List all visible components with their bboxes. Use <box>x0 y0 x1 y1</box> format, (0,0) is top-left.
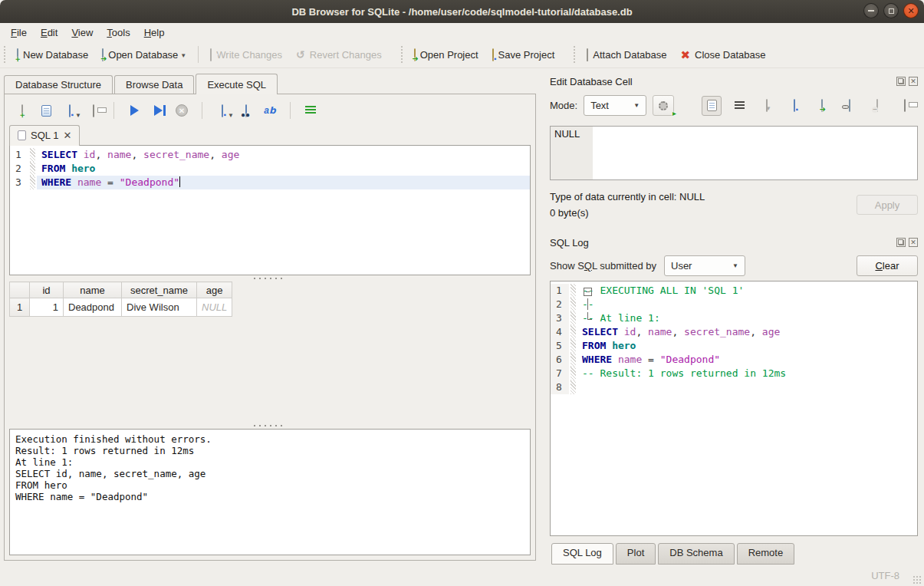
print-cell-button[interactable] <box>895 96 915 116</box>
open-project-icon: ➜ <box>414 49 416 61</box>
sql-document-icon <box>18 130 26 140</box>
open-database-dropdown-arrow[interactable]: ▼ <box>180 52 186 61</box>
sql-toolbar: ＋ ▪▼ ✕ ▪▼ ●● a𝗯 <box>9 99 531 122</box>
tab-sql-log[interactable]: SQL Log <box>551 543 613 565</box>
column-header[interactable]: secret_name <box>122 282 197 298</box>
menu-view[interactable]: View <box>64 25 100 40</box>
menu-edit[interactable]: Edit <box>34 25 64 40</box>
edit-cell-close-icon[interactable]: ✕ <box>909 77 918 86</box>
revert-changes-button[interactable]: ↺ Revert Changes <box>289 44 389 64</box>
table-cell[interactable]: Dive Wilson <box>122 298 197 317</box>
toolbar-grip[interactable] <box>572 46 577 63</box>
execute-sql-button[interactable] <box>126 102 143 119</box>
cell-value-editor[interactable]: NULL <box>550 126 918 180</box>
menu-file[interactable]: File <box>4 25 34 40</box>
bottom-tab-bar: SQL Log Plot DB Schema Remote <box>550 543 918 565</box>
open-database-button[interactable]: ➜ Open Database ▼ <box>95 45 193 64</box>
text-mode-button[interactable] <box>702 96 722 116</box>
chevron-down-icon: ▼ <box>624 102 640 109</box>
text-cursor <box>179 176 180 187</box>
export-cell-data-button[interactable]: ▪ <box>784 96 804 116</box>
submitted-by-select[interactable]: User▼ <box>664 255 745 276</box>
close-database-button[interactable]: ✖ Close Database <box>673 45 772 64</box>
find-in-sql-button[interactable]: ●● <box>238 102 255 119</box>
results-table[interactable]: idnamesecret_nameage11DeadpondDive Wilso… <box>9 281 232 317</box>
table-cell[interactable]: Deadpond <box>64 298 122 317</box>
cell-null-label: NULL <box>551 127 593 179</box>
tab-database-structure[interactable]: Database Structure <box>4 75 113 94</box>
column-header[interactable]: id <box>30 282 64 298</box>
open-in-external-button[interactable]: ➜ <box>812 96 832 116</box>
sql-log-dock-header: SQL Log ✕ <box>550 233 918 252</box>
toolbar-separator <box>198 46 199 63</box>
main-toolbar: ＋ New Database ➜ Open Database ▼ Write C… <box>0 41 924 68</box>
clear-log-button[interactable]: Clear <box>857 255 918 276</box>
edit-cell-float-icon[interactable] <box>896 77 906 86</box>
execute-sql-panel: ＋ ▪▼ ✕ ▪▼ ●● a𝗯 SQL 1 ✕ <box>4 94 536 561</box>
table-cell[interactable]: 1 <box>30 298 64 317</box>
save-results-button[interactable]: ▪▼ <box>214 102 231 119</box>
close-database-icon: ✖ <box>680 50 690 60</box>
cell-info-row: Type of data currently in cell: NULL 0 b… <box>550 189 918 221</box>
column-header[interactable]: age <box>197 282 232 298</box>
apply-button[interactable]: Apply <box>857 195 918 215</box>
toolbar-grip[interactable] <box>400 46 405 63</box>
minimize-button[interactable] <box>863 3 879 18</box>
write-changes-button[interactable]: Write Changes <box>203 45 289 64</box>
editor-results-splitter[interactable] <box>9 275 531 281</box>
code-line: 3-- At line 1: <box>551 311 917 325</box>
code-line: 2-- <box>551 298 917 311</box>
menu-help[interactable]: Help <box>137 25 172 40</box>
open-project-button[interactable]: ➜ Open Project <box>407 45 485 64</box>
code-line: 6WHERE name = "Deadpond" <box>551 353 917 367</box>
sql-log-close-icon[interactable]: ✕ <box>909 238 918 247</box>
resize-grip[interactable] <box>912 575 922 584</box>
open-sql-file-button[interactable] <box>38 102 54 119</box>
sql-log-filter-row: Show SQL submitted by User▼ Clear <box>550 255 918 276</box>
edit-cell-dock-header: Edit Database Cell ✕ <box>550 72 918 91</box>
menu-tools[interactable]: Tools <box>100 25 136 40</box>
sql-editor[interactable]: 1SELECT id, name, secret_name, age2FROM … <box>9 145 531 275</box>
new-database-icon: ＋ <box>17 49 18 61</box>
results-grid[interactable]: idnamesecret_nameage11DeadpondDive Wilso… <box>9 281 531 423</box>
tab-execute-sql[interactable]: Execute SQL <box>196 74 278 94</box>
word-wrap-button[interactable] <box>729 96 749 116</box>
save-project-button[interactable]: ▪ Save Project <box>485 45 562 64</box>
sql-log-float-icon[interactable] <box>896 238 906 247</box>
table-row[interactable]: 11DeadpondDive WilsonNULL <box>10 298 232 317</box>
toolbar-grip[interactable] <box>2 46 8 63</box>
replace-in-sql-button[interactable]: a𝗯 <box>261 102 278 119</box>
sql1-tab-close-icon[interactable]: ✕ <box>63 130 71 141</box>
format-sql-button[interactable] <box>302 102 319 119</box>
copy-link-button[interactable] <box>840 96 860 116</box>
tab-plot[interactable]: Plot <box>616 543 656 565</box>
attach-database-button[interactable]: Attach Database <box>580 45 673 64</box>
mode-select[interactable]: Text▼ <box>584 95 646 116</box>
window-title: DB Browser for SQLite - /home/user/code/… <box>291 6 632 18</box>
stop-execution-button[interactable]: ✕ <box>173 102 190 119</box>
sql1-tab[interactable]: SQL 1 ✕ <box>9 125 80 146</box>
import-cell-data-button[interactable]: ▼ <box>757 96 777 116</box>
tab-db-schema[interactable]: DB Schema <box>658 543 734 565</box>
save-project-icon: ▪ <box>492 49 494 61</box>
apply-settings-button[interactable]: ▸ <box>653 95 674 116</box>
tab-browse-data[interactable]: Browse Data <box>114 75 194 94</box>
new-database-button[interactable]: ＋ New Database <box>10 45 95 64</box>
code-line: 7-- Result: 1 rows returned in 12ms <box>551 367 917 380</box>
column-header[interactable]: name <box>64 282 122 298</box>
tab-remote[interactable]: Remote <box>737 543 795 565</box>
results-message-splitter[interactable] <box>9 423 531 429</box>
set-null-button[interactable] <box>867 96 887 116</box>
execute-current-line-button[interactable] <box>150 102 166 119</box>
sql-log-view[interactable]: 1-- EXECUTING ALL IN 'SQL 1'2--3-- At li… <box>550 281 918 536</box>
table-cell[interactable]: NULL <box>197 298 232 317</box>
new-sql-tab-button[interactable]: ＋ <box>14 102 31 119</box>
close-button[interactable]: ✕ <box>903 3 919 18</box>
maximize-button[interactable] <box>883 3 899 18</box>
code-line: 5FROM hero <box>551 339 917 353</box>
code-line: 4SELECT id, name, secret_name, age <box>551 325 917 339</box>
cell-edit-area[interactable] <box>593 127 917 179</box>
status-bar: UTF-8 <box>0 565 924 586</box>
print-sql-button[interactable] <box>85 102 102 119</box>
save-sql-file-button[interactable]: ▪▼ <box>61 102 78 119</box>
